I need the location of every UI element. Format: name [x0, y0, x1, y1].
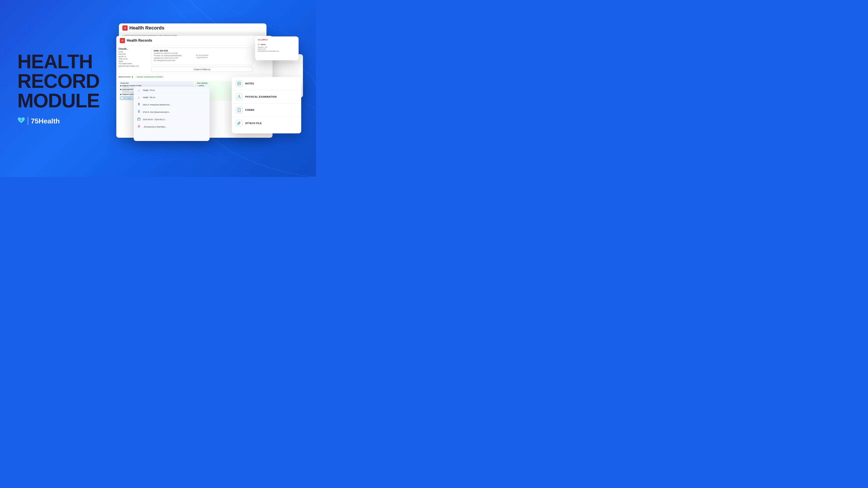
- forms-label: FORMS: [245, 109, 254, 111]
- svg-point-0: [21, 119, 22, 121]
- svg-rect-22: [138, 110, 139, 112]
- followup-button[interactable]: Create a Follow-up: [151, 67, 253, 72]
- main-title: HEALTH RECORD MODULE: [18, 52, 99, 110]
- app-icon-scroll: H: [122, 25, 128, 31]
- main-card-title: Health Records: [127, 39, 152, 42]
- patient-name2: kumar: [119, 51, 149, 53]
- allergy-code: 00123: [260, 43, 266, 45]
- svg-rect-21: [138, 103, 139, 105]
- scroll-title: Health Records: [129, 25, 164, 31]
- allergy-date: 2023-10-30: [258, 48, 296, 50]
- notes-label: NOTES: [245, 82, 254, 85]
- notes-action[interactable]: NOTES: [232, 77, 301, 90]
- test-check-1: ✓: [197, 85, 198, 87]
- allergy-checkbox: ☑: [258, 43, 260, 45]
- encounter-box: No associated Appointment EHID: 454-4705…: [151, 48, 253, 65]
- svg-point-14: [239, 95, 240, 97]
- forms-icon: [236, 106, 243, 113]
- med-dot-icon: [132, 76, 133, 78]
- actions-card: NOTES PHYSICAL EXAMINATION: [232, 77, 301, 133]
- svg-line-15: [240, 97, 241, 98]
- add-multiple-button[interactable]: + Add Multiple: [120, 97, 133, 100]
- patient-email: jallupe013@hondatbs.com: [119, 65, 149, 67]
- calendar-icon: [137, 118, 141, 121]
- main-card-header: H Health Records 🖨 ⋮: [116, 36, 273, 45]
- test-tube-icon-1: [137, 103, 141, 106]
- allergy-detail-text: Automation Acc Automation Acc: [258, 50, 296, 52]
- vitals-item-3: 2823-3: Potassium [Moles/volu...: [134, 101, 210, 108]
- height-icon-1: ↕: [137, 89, 141, 92]
- associated-appt-overlay: No associated Appointment: [151, 48, 253, 65]
- vitals-item-6: ...[Presence] on Red Bloo...: [134, 123, 210, 131]
- attach-file-action[interactable]: ATTACH FILE: [232, 117, 301, 130]
- notes-icon: [236, 80, 243, 87]
- problems-label: PROBLEMS: [120, 83, 192, 84]
- problem-dot-3: [120, 94, 121, 95]
- allergy-title: ALLERGY: [258, 39, 296, 41]
- vitals-item-4: 5763-8: Zinc [Mass/volume] in...: [134, 108, 210, 116]
- medication-item: lidocaine hydrochloride 0.04 MG/MG: [135, 76, 164, 78]
- patient-days: 3days: [119, 60, 149, 62]
- patient-center: No associated Appointment EHID: 454-4705…: [151, 48, 253, 72]
- problem-dot-2: [120, 89, 121, 90]
- forms-action[interactable]: FORMS: [232, 103, 301, 117]
- patient-phone: 3625-891: [119, 53, 149, 55]
- attach-file-icon: [236, 120, 243, 127]
- vitals-item-1: ↕ Height: 78 cm: [134, 87, 210, 94]
- left-panel: HEALTH RECORD MODULE 75Health: [18, 52, 99, 125]
- app-icon-main: H: [120, 38, 125, 43]
- physical-exam-label: PHYSICAL EXAMINATION: [245, 95, 277, 98]
- problem-dot-1: [120, 85, 121, 86]
- brand-logo-row: 75Health: [18, 117, 99, 125]
- brand-name: 75Health: [31, 117, 60, 125]
- allergy-reaction: Reaction: 123: [258, 46, 296, 48]
- scroll-header: H Health Records: [119, 24, 267, 33]
- patient-dob: 1998-10-28: [119, 58, 149, 60]
- logo-divider: [28, 117, 28, 125]
- medications-label: MEDICATIONS: [119, 76, 130, 78]
- patient-mobile: +91 80985 84000: [119, 63, 149, 65]
- svg-point-16: [240, 98, 241, 98]
- screenshots-area: H Health Records ● B85.81 Anal high risk…: [121, 0, 316, 177]
- blood-icon: [137, 125, 141, 129]
- vitals-item-5: 2024-09-03 - 2024-09-12 - .: [134, 116, 210, 123]
- physical-exam-action[interactable]: PHYSICAL EXAMINATION: [232, 90, 301, 103]
- heart-icon: [18, 117, 25, 125]
- test-tube-icon-2: [137, 110, 141, 114]
- vitals-item-2: ↕ Height : 90 cm: [134, 94, 210, 101]
- patient-info-area: Chandh... kumar 3625-891 gender M 1998-1…: [116, 45, 273, 74]
- height-icon-2: ↕: [137, 96, 141, 99]
- patient-details-left: Chandh... kumar 3625-891 gender M 1998-1…: [119, 48, 149, 72]
- vitals-card: ↕ Height: 78 cm ↕ Height : 90 cm 2823-3:…: [134, 87, 210, 141]
- allergy-card: ALLERGY ☑ 00123 Reaction: 123 2023-10-30…: [255, 36, 299, 60]
- physical-exam-icon: [236, 93, 243, 100]
- patient-name: Chandh...: [119, 48, 149, 50]
- attach-file-label: ATTACH FILE: [245, 122, 262, 125]
- patient-gender: gender M: [119, 56, 149, 58]
- svg-rect-23: [137, 118, 140, 120]
